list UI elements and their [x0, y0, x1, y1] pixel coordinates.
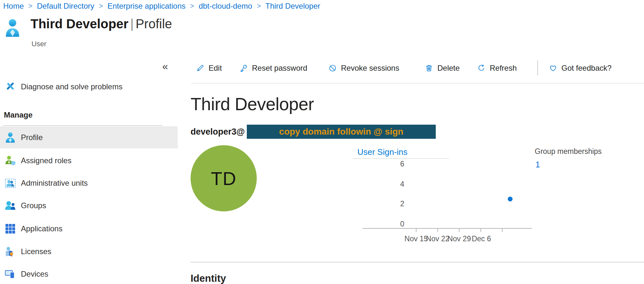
page-title-section: Profile [136, 17, 172, 31]
x-tick-label: Dec 6 [465, 235, 497, 243]
y-tick-label: 2 [389, 200, 404, 208]
key-icon [239, 64, 248, 72]
delete-button[interactable]: Delete [425, 60, 460, 76]
user-display-name: Third Developer [191, 94, 314, 114]
sidebar-item-applications[interactable]: Applications [0, 217, 178, 240]
page-title-pipe: | [129, 17, 136, 31]
breadcrumb: Home > Default Directory > Enterprise ap… [3, 2, 320, 11]
redaction-note: copy domain followin @ sign [279, 127, 404, 137]
revoke-sessions-button[interactable]: Revoke sessions [328, 60, 399, 76]
breadcrumb-separator: > [99, 2, 103, 10]
reset-password-label: Reset password [252, 64, 307, 73]
trash-icon [425, 64, 433, 72]
sidebar-section-manage: Manage [4, 111, 32, 120]
sidebar-item-label: Administrative units [21, 179, 88, 188]
feedback-label: Got feedback? [561, 64, 612, 73]
diagnose-tools-icon [5, 81, 16, 92]
breadcrumb-separator: > [28, 2, 32, 10]
breadcrumb-dbt-cloud-demo[interactable]: dbt-cloud-demo [199, 2, 252, 11]
user-sign-ins-link[interactable]: User Sign-ins [357, 147, 407, 157]
edit-label: Edit [209, 64, 222, 73]
avatar: TD [191, 145, 257, 211]
y-tick-label: 0 [389, 220, 404, 228]
breadcrumb-separator: > [257, 2, 261, 10]
sidebar-item-label: Licenses [21, 247, 51, 256]
page-title: Third Developer|Profile [31, 17, 172, 31]
refresh-icon [477, 64, 486, 72]
x-axis-tick [459, 229, 460, 232]
sidebar-item-profile[interactable]: Profile [0, 126, 178, 148]
breadcrumb-home[interactable]: Home [3, 2, 24, 11]
edit-button[interactable]: Edit [196, 60, 222, 76]
x-axis-tick [416, 229, 416, 232]
page-title-name: Third Developer [31, 17, 129, 31]
chart-title-underline [353, 158, 449, 159]
person-icon [5, 132, 16, 143]
grid-icon [5, 223, 16, 234]
sidebar-item-devices[interactable]: Devices [0, 263, 178, 284]
x-axis-tick [480, 229, 481, 232]
devices-icon [5, 269, 16, 280]
refresh-button[interactable]: Refresh [477, 60, 517, 76]
sidebar-item-assigned-roles[interactable]: Assigned roles [0, 149, 178, 172]
x-axis-line [362, 228, 532, 229]
group-memberships-label: Group memberships [535, 147, 602, 156]
sidebar-divider [3, 125, 163, 126]
revoke-sessions-label: Revoke sessions [341, 64, 399, 73]
redaction-overlay: copy domain followin @ sign [247, 125, 436, 139]
object-type-label: User [31, 40, 46, 48]
people-icon [5, 200, 16, 211]
sidebar-collapse-button[interactable]: « [162, 60, 168, 72]
sidebar-item-label: Groups [21, 201, 46, 210]
toolbar-bottom-border [191, 83, 644, 84]
group-memberships-link[interactable]: 1 [535, 160, 540, 170]
sidebar-item-administrative-units[interactable]: Administrative units [0, 172, 178, 194]
toolbar-separator [537, 60, 538, 75]
pencil-icon [196, 64, 204, 72]
sidebar-item-label: Applications [21, 224, 62, 233]
feedback-button[interactable]: Got feedback? [549, 60, 612, 76]
person-cube-icon [5, 155, 16, 166]
y-tick-label: 6 [389, 160, 404, 168]
sidebar-item-label: Assigned roles [21, 156, 71, 165]
azure-user-profile-page: Home > Default Directory > Enterprise ap… [0, 0, 644, 284]
x-axis-tick [502, 229, 503, 232]
avatar-initials: TD [211, 168, 236, 189]
sign-in-data-point [508, 197, 513, 201]
reset-password-button[interactable]: Reset password [239, 60, 307, 76]
section-divider [191, 262, 644, 262]
breadcrumb-enterprise-applications[interactable]: Enterprise applications [107, 2, 185, 11]
refresh-label: Refresh [490, 64, 517, 73]
sidebar-item-groups[interactable]: Groups [0, 194, 178, 217]
x-axis-tick [437, 229, 438, 232]
sidebar-item-diagnose[interactable]: Diagnose and solve problems [0, 75, 178, 98]
email-prefix: developer3@ [191, 127, 245, 137]
sidebar-item-label: Profile [21, 133, 43, 142]
breadcrumb-separator: > [190, 2, 194, 10]
user-icon [5, 19, 20, 37]
heart-icon [549, 64, 557, 72]
delete-label: Delete [437, 64, 460, 73]
sidebar-item-label: Devices [21, 270, 48, 279]
admin-units-icon [5, 178, 16, 189]
user-principal-name-row: developer3@ copy domain followin @ sign [191, 125, 436, 139]
block-icon [328, 64, 337, 72]
identity-section-heading: Identity [191, 273, 226, 284]
y-tick-label: 4 [389, 180, 404, 189]
breadcrumb-third-developer[interactable]: Third Developer [265, 2, 320, 11]
sidebar-item-licenses[interactable]: Licenses [0, 240, 178, 263]
license-badge-icon [5, 246, 16, 257]
sidebar-item-label: Diagnose and solve problems [21, 82, 122, 91]
breadcrumb-default-directory[interactable]: Default Directory [37, 2, 94, 11]
